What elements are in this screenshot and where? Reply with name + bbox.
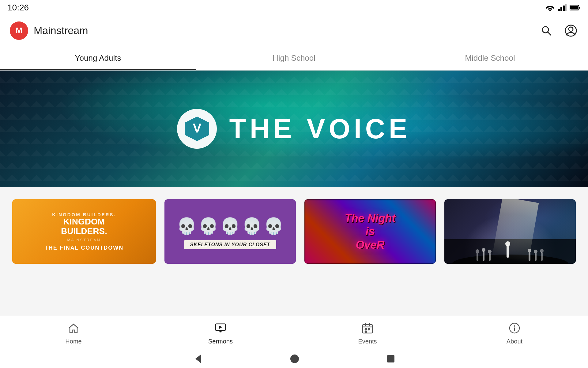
card-3-text: The Night is OveR (345, 212, 396, 251)
card-1-subtitle: MAINSTREAM (67, 238, 101, 242)
app-title: Mainstream (34, 25, 88, 36)
svg-point-24 (540, 249, 544, 253)
battery-icon (570, 5, 581, 11)
account-button[interactable] (564, 23, 578, 38)
svg-point-18 (488, 250, 492, 253)
card-2-text: Skeletons In Your Closet (190, 242, 270, 247)
skeleton-emoji-4: 💀 (242, 217, 262, 236)
hero-content: V THE VOICE (177, 109, 411, 149)
svg-marker-41 (195, 355, 201, 363)
nav-about[interactable]: About (441, 316, 588, 350)
search-button[interactable] (539, 23, 554, 38)
info-icon (507, 321, 522, 335)
svg-line-9 (548, 32, 551, 35)
svg-rect-19 (529, 252, 530, 261)
svg-rect-21 (535, 253, 537, 261)
nav-home-label: Home (65, 338, 81, 345)
account-icon (565, 25, 577, 37)
svg-rect-36 (368, 328, 370, 330)
card-night-over[interactable]: The Night is OveR (304, 199, 436, 264)
card-3-line3: OveR (356, 239, 384, 251)
back-button[interactable] (192, 353, 203, 364)
status-time: 10:26 (7, 3, 29, 13)
svg-rect-13 (507, 245, 509, 258)
svg-rect-4 (565, 4, 567, 11)
app-logo: M (10, 21, 28, 40)
card-2-banner: Skeletons In Your Closet (184, 240, 277, 249)
nav-sermons[interactable]: Sermons (147, 316, 294, 350)
skeleton-emoji-2: 💀 (198, 217, 218, 236)
card-1-top-label: Kingdom Builders. (52, 212, 116, 217)
recents-button[interactable] (386, 354, 396, 364)
nav-sermons-label: Sermons (208, 338, 233, 345)
svg-rect-37 (365, 331, 367, 332)
app-bar-left: M Mainstream (10, 21, 88, 40)
crowd-silhouette (452, 239, 568, 264)
card-1-desc: THE FINAL COUNTDOWN (45, 245, 124, 251)
hero-v-letter: V (193, 122, 201, 135)
hero-title: THE VOICE (229, 113, 411, 145)
content-section: Kingdom Builders. KINGDOMBUILDERS. MAINS… (0, 187, 588, 270)
search-icon (540, 25, 552, 37)
cards-row: Kingdom Builders. KINGDOMBUILDERS. MAINS… (12, 199, 576, 264)
svg-point-16 (482, 248, 485, 252)
wifi-icon (545, 4, 555, 11)
nav-home[interactable]: Home (0, 316, 147, 350)
svg-point-0 (549, 10, 551, 12)
card-skeletons[interactable]: 💀 💀 💀 💀 💀 Skeletons In Your Closet (164, 199, 296, 264)
svg-point-26 (476, 249, 479, 253)
status-icons (545, 4, 581, 11)
calendar-icon (360, 321, 375, 335)
sermons-play-icon (213, 321, 228, 335)
svg-point-14 (505, 241, 510, 246)
nav-events-label: Events (358, 338, 377, 345)
svg-rect-23 (541, 252, 543, 261)
tab-young-adults-label: Young Adults (75, 53, 121, 63)
card-kingdom-builders[interactable]: Kingdom Builders. KINGDOMBUILDERS. MAINS… (12, 199, 156, 264)
nav-events[interactable]: Events (294, 316, 441, 350)
svg-rect-17 (489, 253, 491, 261)
svg-rect-31 (363, 324, 372, 333)
tab-high-school[interactable]: High School (196, 46, 392, 70)
svg-rect-6 (579, 7, 580, 9)
svg-point-12 (452, 255, 568, 264)
system-nav (0, 350, 588, 368)
svg-point-11 (569, 27, 573, 31)
app-bar: M Mainstream (0, 15, 588, 46)
nav-about-label: About (507, 338, 522, 345)
app-bar-right (539, 23, 578, 38)
svg-rect-7 (570, 6, 578, 10)
home-button[interactable] (289, 353, 300, 364)
svg-point-20 (528, 249, 531, 252)
svg-rect-1 (558, 9, 560, 11)
hero-banner: V THE VOICE (0, 71, 588, 187)
card-4-silhouettes (444, 239, 576, 264)
svg-rect-35 (365, 328, 367, 330)
card-concert[interactable] (444, 199, 576, 264)
tab-middle-school-label: Middle School (465, 53, 515, 63)
skeleton-emoji-3: 💀 (220, 217, 240, 236)
svg-point-42 (290, 355, 299, 363)
svg-rect-3 (563, 6, 565, 11)
svg-rect-15 (483, 251, 484, 261)
home-icon (66, 321, 81, 335)
svg-rect-43 (387, 355, 394, 362)
svg-marker-28 (219, 326, 222, 329)
svg-rect-2 (560, 7, 562, 11)
bottom-nav: Home Sermons Events (0, 316, 588, 350)
tab-high-school-label: High School (273, 53, 315, 63)
svg-point-22 (534, 250, 537, 253)
skeleton-emoji-5: 💀 (264, 217, 284, 236)
tab-bar: Young Adults High School Middle School (0, 46, 588, 71)
svg-rect-25 (477, 253, 478, 261)
hero-logo-inner: V (185, 117, 209, 141)
tab-middle-school[interactable]: Middle School (392, 46, 588, 70)
skeleton-art: 💀 💀 💀 💀 💀 (174, 214, 287, 239)
card-3-line2: is (365, 225, 375, 238)
status-bar: 10:26 (0, 0, 588, 15)
logo-letter: M (16, 26, 22, 35)
tab-young-adults[interactable]: Young Adults (0, 46, 196, 70)
hero-logo-circle: V (177, 109, 217, 149)
svg-point-40 (514, 325, 515, 327)
skeleton-emoji-1: 💀 (177, 217, 197, 236)
